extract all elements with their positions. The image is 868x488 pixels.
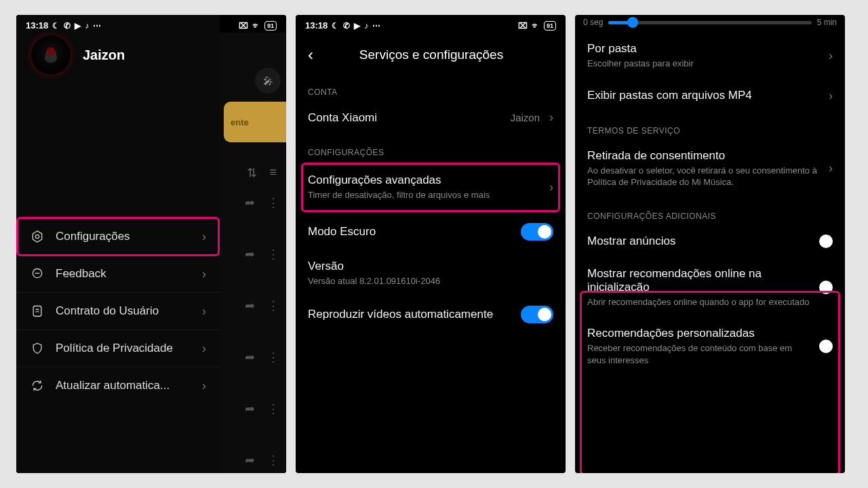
row-by-folder[interactable]: Por pasta Escolher pastas para exibir › (575, 33, 845, 79)
drawer-menu: Configurações › Feedback › Contrato do U… (16, 218, 220, 404)
share-icon[interactable]: ➦ (245, 350, 255, 365)
menu-user-agreement[interactable]: Contrato do Usuário › (16, 293, 220, 330)
chevron-right-icon: › (202, 342, 206, 356)
share-icon[interactable]: ➦ (245, 298, 255, 313)
moon-icon: ☾ (52, 21, 60, 30)
moon-icon: ☾ (332, 21, 339, 30)
page-header: ‹ Serviços e configurações (296, 33, 566, 74)
chevron-right-icon: › (829, 49, 833, 63)
kebab-icon[interactable]: ⋮ (267, 401, 279, 416)
menu-label: Configurações (56, 230, 130, 243)
row-consent-withdrawal[interactable]: Retirada de consentimento Ao desativar o… (575, 140, 845, 198)
menu-auto-update[interactable]: Atualizar automatica... › (16, 367, 220, 404)
chat-icon (30, 266, 45, 281)
gear-icon (30, 229, 45, 244)
chevron-right-icon: › (202, 304, 206, 319)
toggle-show-ads[interactable] (819, 235, 833, 248)
side-drawer: Jaizon Configurações › Feedback › (16, 15, 220, 473)
slider-max-label: 5 min (817, 18, 837, 27)
youtube-icon: ▶ (75, 21, 81, 30)
wifi-icon: ᯤ (532, 21, 540, 30)
menu-label: Atualizar automatica... (56, 379, 170, 392)
sort-icon[interactable]: ⇅ (247, 165, 257, 180)
section-settings-label: CONFIGURAÇÕES (296, 134, 566, 161)
whatsapp-icon: ✆ (343, 21, 350, 30)
screenshot-1: 13:18 ☾ ✆ ▶ ♪ ⋯ ⌧ ᯤ 91 🎤︎ ente ⇅ ≡ ➦⋮ ➦⋮… (16, 15, 286, 473)
section-terms-label: TERMOS DE SERVIÇO (575, 113, 845, 140)
battery-icon: 91 (544, 21, 556, 30)
refresh-icon (30, 378, 45, 393)
row-dark-mode[interactable]: Modo Escuro (296, 214, 566, 250)
svg-rect-3 (33, 306, 41, 317)
toggle-autoplay[interactable] (521, 306, 553, 323)
kebab-icon[interactable]: ⋮ (267, 350, 279, 365)
more-icon: ⋯ (93, 21, 101, 30)
kebab-icon[interactable]: ⋮ (267, 247, 279, 262)
page-title: Serviços e configurações (328, 47, 555, 62)
menu-label: Feedback (56, 267, 106, 281)
menu-privacy-policy[interactable]: Política de Privacidade › (16, 330, 220, 367)
slider-thumb[interactable] (627, 17, 638, 28)
screenshot-3: 0 seg 5 min Por pasta Escolher pastas pa… (575, 15, 845, 473)
share-icon[interactable]: ➦ (245, 401, 255, 416)
chevron-right-icon: › (549, 180, 553, 195)
whatsapp-icon: ✆ (64, 21, 71, 30)
cast-icon: ⌧ (518, 21, 528, 30)
chevron-right-icon: › (202, 379, 206, 393)
section-additional-label: CONFIGURAÇÕES ADICIONAIS (575, 198, 845, 225)
slider-track[interactable] (608, 21, 811, 24)
profile-name: Jaizon (83, 47, 125, 63)
menu-feedback[interactable]: Feedback › (16, 256, 220, 293)
background-content: 🎤︎ ente ⇅ ≡ ➦⋮ ➦⋮ ➦⋮ ➦⋮ ➦⋮ ➦⋮ (220, 33, 286, 473)
status-bar: 13:18 ☾ ✆ ▶ ♪ ⋯ ⌧ ᯤ 91 (16, 15, 286, 33)
row-advanced-settings[interactable]: Configurações avançadas Timer de desativ… (296, 161, 566, 214)
avatar (31, 35, 71, 75)
mic-button[interactable]: 🎤︎ (255, 68, 281, 94)
chevron-right-icon: › (202, 230, 206, 244)
tiktok-icon: ♪ (85, 21, 89, 30)
share-icon[interactable]: ➦ (245, 453, 255, 468)
toggle-personalized-recs[interactable] (819, 340, 833, 353)
kebab-icon[interactable]: ⋮ (267, 298, 279, 313)
row-xiaomi-account[interactable]: Conta Xiaomi Jaizon › (296, 101, 566, 134)
toggle-dark-mode[interactable] (521, 223, 553, 241)
status-time: 13:18 (305, 20, 328, 30)
menu-label: Contrato do Usuário (56, 304, 159, 318)
row-autoplay-videos[interactable]: Reproduzir vídeos automaticamente (296, 296, 566, 333)
svg-point-1 (35, 235, 39, 238)
kebab-icon[interactable]: ⋮ (267, 195, 279, 210)
timer-slider[interactable]: 0 seg 5 min (575, 15, 845, 33)
slider-min-label: 0 seg (583, 18, 603, 27)
status-bar: 13:18 ☾ ✆ ▶ ♪ ⋯ ⌧ ᯤ 91 (296, 15, 566, 33)
cast-icon: ⌧ (239, 21, 248, 30)
tiktok-icon: ♪ (364, 21, 368, 30)
menu-settings[interactable]: Configurações › (16, 218, 220, 256)
list-icon[interactable]: ≡ (269, 165, 277, 180)
row-mp4-folders[interactable]: Exibir pastas com arquivos MP4 › (575, 79, 845, 113)
section-account-label: CONTA (296, 74, 566, 101)
chevron-right-icon: › (829, 89, 833, 103)
toggle-online-recs[interactable] (819, 281, 833, 294)
document-icon (30, 304, 45, 319)
status-time: 13:18 (26, 20, 48, 30)
shield-icon (30, 341, 45, 356)
row-personalized-recs[interactable]: Recomendações personalizadas Receber rec… (575, 317, 845, 375)
kebab-icon[interactable]: ⋮ (267, 453, 279, 468)
account-value: Jaizon (511, 112, 540, 123)
screenshot-2: 13:18 ☾ ✆ ▶ ♪ ⋯ ⌧ ᯤ 91 ‹ Serviços e conf… (296, 15, 566, 473)
wifi-icon: ᯤ (252, 21, 260, 30)
more-icon: ⋯ (372, 21, 380, 30)
chevron-right-icon: › (549, 110, 553, 125)
back-button[interactable]: ‹ (302, 43, 319, 67)
row-version: Versão Versão atual 8.2.01.091610i-2046 (296, 250, 566, 297)
row-show-ads[interactable]: Mostrar anúncios (575, 225, 845, 258)
row-online-recs-startup[interactable]: Mostrar recomendações online na iniciali… (575, 258, 845, 318)
chevron-right-icon: › (202, 267, 206, 281)
recent-card[interactable]: ente (224, 102, 286, 142)
battery-icon: 91 (264, 21, 277, 30)
share-icon[interactable]: ➦ (245, 195, 255, 210)
svg-marker-0 (33, 231, 41, 243)
chevron-right-icon: › (829, 161, 833, 176)
youtube-icon: ▶ (354, 21, 360, 30)
share-icon[interactable]: ➦ (245, 247, 255, 262)
